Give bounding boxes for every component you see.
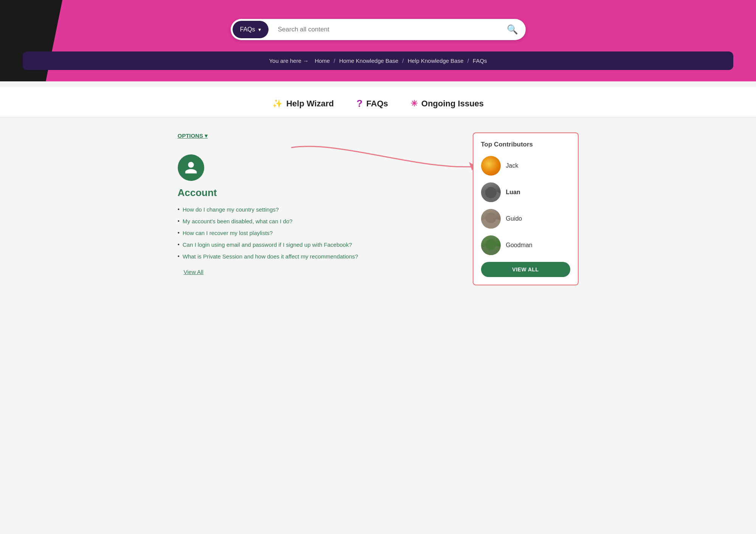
faq-link-4[interactable]: Can I login using email and password if … — [183, 241, 352, 249]
nav-tabs-bar: ✨ Help Wizard ? FAQs ✳ Ongoing Issues — [0, 87, 756, 117]
avatar-guido — [481, 209, 501, 229]
breadcrumb-sep-3: / — [467, 58, 470, 64]
breadcrumb-help-kb[interactable]: Help Knowledge Base — [408, 58, 464, 64]
search-dropdown-label: FAQs — [240, 26, 255, 33]
search-button[interactable]: 🔍 — [499, 19, 526, 40]
avatar-luan — [481, 182, 501, 202]
list-item: Guido — [481, 209, 570, 229]
faq-link-2[interactable]: My account's been disabled, what can I d… — [183, 217, 293, 225]
tab-ongoing-label: Ongoing Issues — [421, 99, 484, 109]
account-icon — [178, 154, 204, 181]
avatar-goodman — [481, 235, 501, 255]
search-icon: 🔍 — [507, 24, 518, 34]
top-contributors-sidebar: Top Contributors Jack Luan — [473, 132, 579, 285]
account-section: Account How do I change my country setti… — [178, 154, 458, 276]
faq-link-3[interactable]: How can I recover my lost playlists? — [183, 229, 273, 237]
tab-help-wizard[interactable]: ✨ Help Wizard — [272, 99, 334, 109]
options-button[interactable]: OPTIONS ▾ — [178, 132, 208, 139]
list-item: Luan — [481, 182, 570, 202]
tab-faqs[interactable]: ? FAQs — [357, 98, 388, 109]
faq-list: How do I change my country settings? My … — [178, 206, 458, 260]
list-item: What is Private Session and how does it … — [178, 252, 458, 260]
search-input[interactable] — [270, 20, 499, 39]
tab-faqs-label: FAQs — [366, 99, 388, 109]
hero-section: FAQs ▾ 🔍 You are here → Home / Home Know… — [0, 0, 756, 81]
sidebar-title: Top Contributors — [481, 141, 570, 148]
breadcrumb-home-kb[interactable]: Home Knowledge Base — [339, 58, 399, 64]
list-item: How can I recover my lost playlists? — [178, 229, 458, 237]
contributor-name-guido: Guido — [506, 215, 522, 222]
faqs-icon: ? — [357, 98, 363, 109]
contributor-name-luan: Luan — [506, 189, 520, 196]
breadcrumb-home[interactable]: Home — [315, 58, 330, 64]
list-item: My account's been disabled, what can I d… — [178, 217, 458, 225]
avatar-jack — [481, 156, 501, 176]
breadcrumb: You are here → Home / Home Knowledge Bas… — [23, 51, 733, 70]
ongoing-icon: ✳ — [411, 99, 418, 109]
view-all-contributors-button[interactable]: VIEW ALL — [481, 262, 570, 277]
list-item: Can I login using email and password if … — [178, 241, 458, 249]
breadcrumb-sep-2: / — [402, 58, 405, 64]
search-bar: FAQs ▾ 🔍 — [231, 19, 526, 40]
list-item: Jack — [481, 156, 570, 176]
tab-help-wizard-label: Help Wizard — [286, 99, 334, 109]
breadcrumb-sep-1: / — [334, 58, 337, 64]
left-content: OPTIONS ▾ Account How do I change my cou… — [178, 132, 458, 276]
options-label: OPTIONS ▾ — [178, 132, 208, 139]
faq-link-5[interactable]: What is Private Session and how does it … — [183, 252, 358, 260]
account-title: Account — [178, 187, 458, 199]
list-item: Goodman — [481, 235, 570, 255]
breadcrumb-faqs[interactable]: FAQs — [473, 58, 487, 64]
tab-ongoing-issues[interactable]: ✳ Ongoing Issues — [411, 99, 484, 109]
help-wizard-icon: ✨ — [272, 99, 283, 109]
search-dropdown[interactable]: FAQs ▾ — [233, 21, 269, 38]
contributor-name-goodman: Goodman — [506, 242, 532, 249]
contributor-name-jack: Jack — [506, 162, 518, 169]
contributor-list: Jack Luan Guido — [481, 156, 570, 255]
list-item: How do I change my country settings? — [178, 206, 458, 213]
chevron-down-icon: ▾ — [258, 26, 261, 33]
breadcrumb-prefix: You are here → — [269, 58, 309, 64]
faq-link-1[interactable]: How do I change my country settings? — [183, 206, 279, 213]
user-icon — [184, 160, 198, 175]
view-all-link[interactable]: View All — [184, 269, 203, 275]
main-content: OPTIONS ▾ Account How do I change my cou… — [170, 132, 586, 285]
hero-content: FAQs ▾ 🔍 — [0, 11, 756, 48]
